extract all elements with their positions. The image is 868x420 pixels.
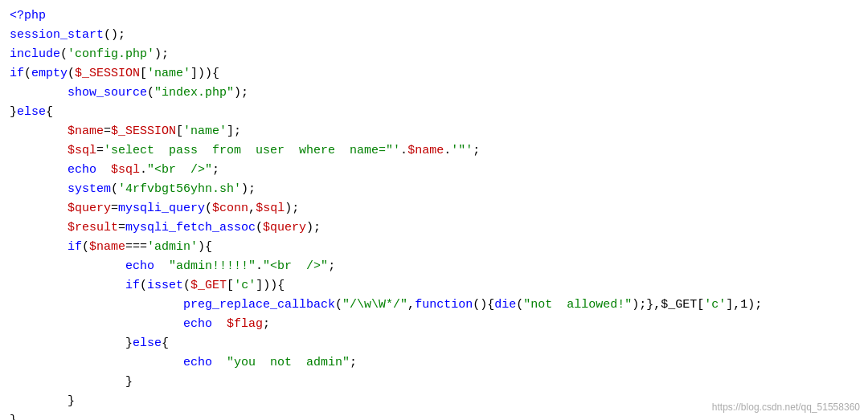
line-15: if(isset($_GET['c'])){: [10, 276, 858, 296]
line-1: <?php: [10, 6, 858, 26]
line-20: }: [10, 373, 858, 392]
line-6: }else{: [10, 103, 858, 122]
watermark: https://blog.csdn.net/qq_51558360: [712, 400, 860, 415]
line-8: $sql='select pass from user where name="…: [10, 141, 858, 161]
line-9: echo $sql."<br />";: [10, 161, 858, 180]
line-18: }else{: [10, 334, 858, 353]
line-13: if($name==='admin'){: [10, 238, 858, 257]
line-12: $result=mysqli_fetch_assoc($query);: [10, 218, 858, 238]
line-7: $name=$_SESSION['name'];: [10, 122, 858, 141]
line-4: if(empty($_SESSION['name'])){: [10, 64, 858, 84]
code-block: <?php session_start(); include('config.p…: [0, 0, 868, 420]
line-16: preg_replace_callback("/\w\W*/",function…: [10, 296, 858, 315]
line-2: session_start();: [10, 26, 858, 45]
line-5: show_source("index.php");: [10, 84, 858, 103]
line-11: $query=mysqli_query($conn,$sql);: [10, 199, 858, 218]
line-19: echo "you not admin";: [10, 353, 858, 373]
line-3: include('config.php');: [10, 45, 858, 64]
line-14: echo "admin!!!!!"."<br />";: [10, 257, 858, 276]
line-17: echo $flag;: [10, 315, 858, 334]
line-10: system('4rfvbgt56yhn.sh');: [10, 180, 858, 199]
